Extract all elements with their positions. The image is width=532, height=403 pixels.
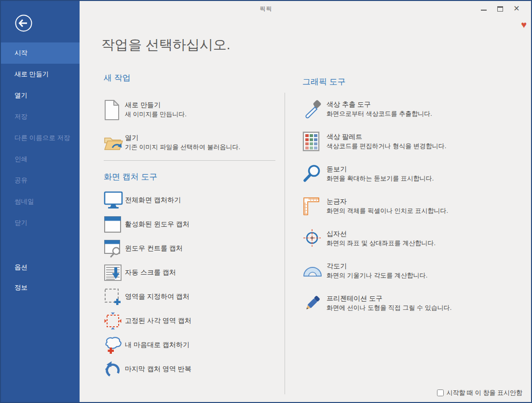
sidebar-item-thumbnail: 썸네일 bbox=[1, 191, 80, 212]
protractor-item[interactable]: 각도기 화면의 기울기나 각도를 계산합니다. bbox=[302, 260, 519, 282]
sidebar-item-close: 닫기 bbox=[1, 212, 80, 234]
startup-checkbox-label[interactable]: 시작할 때 이 창을 표시안함 bbox=[447, 389, 522, 397]
sidebar-item-share: 공유 bbox=[1, 170, 80, 191]
item-title: 돋보기 bbox=[327, 164, 434, 174]
fullscreen-capture-item[interactable]: 전체화면 캡처하기 bbox=[104, 191, 277, 210]
color-picker-item[interactable]: 색상 추출 도구 화면으로부터 색상코드를 추출합니다. bbox=[302, 98, 519, 121]
presentation-item[interactable]: 프리젠테이션 도구 화면에 선이나 도형을 직접 그릴 수 있습니다. bbox=[302, 292, 519, 315]
item-desc: 화면의 객체를 픽셀이나 인치로 표시합니다. bbox=[327, 206, 448, 215]
sidebar-item-start[interactable]: 시작 bbox=[1, 42, 80, 64]
main-content: 작업을 선택하십시오. 새 작업 새로 만들기 새 이미지를 만듭니다. bbox=[80, 15, 531, 402]
item-desc: 색상코드를 편집하거나 형식을 변경합니다. bbox=[327, 141, 446, 151]
window-title: 픽픽 bbox=[1, 5, 531, 13]
scrolling-capture-icon bbox=[104, 263, 125, 282]
section-new-task: 새 작업 새로 만들기 새 이미지를 만듭니다. bbox=[104, 72, 277, 384]
color-palette-icon bbox=[302, 131, 327, 152]
close-button[interactable]: ✕ bbox=[508, 3, 525, 14]
fixed-region-capture-icon bbox=[104, 311, 125, 331]
maximize-icon bbox=[497, 6, 503, 12]
sidebar-item-print: 인쇄 bbox=[1, 149, 80, 170]
protractor-icon bbox=[302, 260, 327, 281]
item-title: 색상 팔레트 bbox=[327, 132, 446, 141]
graphic-tools-header: 그래픽 도구 bbox=[302, 76, 519, 87]
scrolling-capture-item[interactable]: 자동 스크롤 캡처 bbox=[104, 263, 277, 282]
item-title: 활성화된 윈도우 캡처 bbox=[125, 220, 190, 229]
window-controls: ✕ bbox=[476, 3, 525, 14]
startup-checkbox[interactable] bbox=[437, 389, 444, 396]
sidebar: 시작 새로 만들기 열기 저장 다른 이름으로 저장 인쇄 공유 썸네일 닫기 … bbox=[1, 1, 80, 402]
open-image-item[interactable]: 열기 기존 이미지 파일을 선택하여 불러옵니다. bbox=[104, 132, 277, 155]
presentation-pen-icon bbox=[302, 292, 327, 314]
fullscreen-capture-icon bbox=[104, 191, 125, 210]
section-divider bbox=[104, 160, 275, 161]
window-control-capture-icon bbox=[104, 239, 125, 258]
color-picker-icon bbox=[302, 98, 327, 120]
sidebar-item-save: 저장 bbox=[1, 106, 80, 127]
item-desc: 화면에 선이나 도형을 직접 그릴 수 있습니다. bbox=[327, 303, 451, 312]
item-desc: 화면으로부터 색상코드를 추출합니다. bbox=[327, 109, 432, 118]
ruler-icon bbox=[302, 195, 327, 217]
magnifier-icon bbox=[302, 163, 327, 184]
item-title: 영역을 지정하여 캡처 bbox=[125, 292, 190, 301]
color-palette-item[interactable]: 색상 팔레트 색상코드를 편집하거나 형식을 변경합니다. bbox=[302, 131, 519, 153]
maximize-button[interactable] bbox=[492, 3, 508, 14]
window-control-capture-item[interactable]: 윈도우 컨트롤 캡처 bbox=[104, 239, 277, 258]
page-title: 작업을 선택하십시오. bbox=[101, 36, 231, 54]
active-window-capture-item[interactable]: 활성화된 윈도우 캡처 bbox=[104, 215, 277, 234]
item-title: 열기 bbox=[125, 133, 240, 142]
item-desc: 화면을 확대하는 돋보기를 표시합니다. bbox=[327, 174, 434, 183]
active-window-capture-icon bbox=[104, 215, 125, 234]
sidebar-menu-bottom: 옵션 정보 bbox=[1, 257, 80, 298]
sidebar-item-new[interactable]: 새로 만들기 bbox=[1, 64, 80, 85]
sidebar-item-info[interactable]: 정보 bbox=[1, 278, 80, 298]
back-button[interactable] bbox=[14, 14, 33, 32]
minimize-button[interactable] bbox=[476, 3, 492, 14]
item-desc: 화면의 좌표 및 상대좌표를 계산합니다. bbox=[327, 238, 436, 248]
sidebar-item-save-as: 다른 이름으로 저장 bbox=[1, 127, 80, 149]
picpick-window: 픽픽 ✕ ♥ 시작 새로 만들기 열기 저장 다른 이름으로 저장 인쇄 공유 … bbox=[0, 0, 532, 403]
sidebar-item-open[interactable]: 열기 bbox=[1, 85, 80, 106]
item-title: 색상 추출 도구 bbox=[327, 99, 432, 109]
item-title: 프리젠테이션 도구 bbox=[327, 293, 451, 303]
fixed-region-capture-item[interactable]: 고정된 사각 영역 캡처 bbox=[104, 311, 277, 331]
sidebar-menu: 시작 새로 만들기 열기 저장 다른 이름으로 저장 인쇄 공유 썸네일 닫기 bbox=[1, 42, 80, 234]
column-divider bbox=[285, 93, 285, 394]
minimize-icon bbox=[481, 10, 487, 11]
crosshair-item[interactable]: 십자선 화면의 좌표 및 상대좌표를 계산합니다. bbox=[302, 228, 519, 250]
item-title: 고정된 사각 영역 캡처 bbox=[125, 317, 191, 325]
item-desc: 화면의 기울기나 각도를 계산합니다. bbox=[327, 271, 427, 280]
sidebar-item-options[interactable]: 옵션 bbox=[1, 257, 80, 278]
crosshair-icon bbox=[302, 228, 327, 249]
freehand-capture-icon bbox=[104, 335, 125, 355]
freehand-capture-item[interactable]: 내 마음대로 캡처하기 bbox=[104, 335, 277, 355]
new-image-item[interactable]: 새로 만들기 새 이미지를 만듭니다. bbox=[104, 99, 277, 122]
item-title: 새로 만들기 bbox=[125, 100, 187, 110]
item-title: 마지막 캡처 영역 반복 bbox=[125, 365, 191, 374]
open-folder-icon bbox=[104, 132, 125, 154]
item-title: 전체화면 캡처하기 bbox=[125, 196, 181, 205]
startup-option: 시작할 때 이 창을 표시안함 bbox=[437, 389, 522, 397]
item-title: 십자선 bbox=[327, 229, 436, 238]
back-arrow-icon bbox=[14, 14, 33, 32]
section-graphic-tools: 그래픽 도구 색상 추출 도구 화면으로부터 색상코드를 추출합니다. bbox=[302, 76, 519, 325]
repeat-last-capture-item[interactable]: 마지막 캡처 영역 반복 bbox=[104, 360, 277, 379]
new-task-header: 새 작업 bbox=[104, 72, 277, 83]
region-capture-item[interactable]: 영역을 지정하여 캡처 bbox=[104, 287, 277, 306]
repeat-last-capture-icon bbox=[104, 360, 125, 379]
capture-tools-header: 화면 캡처 도구 bbox=[104, 171, 277, 182]
item-title: 내 마음대로 캡처하기 bbox=[125, 341, 190, 349]
close-icon: ✕ bbox=[513, 5, 519, 13]
item-desc: 기존 이미지 파일을 선택하여 불러옵니다. bbox=[125, 142, 240, 152]
ruler-item[interactable]: 눈금자 화면의 객체를 픽셀이나 인치로 표시합니다. bbox=[302, 195, 519, 218]
new-document-icon bbox=[104, 99, 125, 121]
item-title: 자동 스크롤 캡처 bbox=[125, 268, 176, 277]
magnifier-item[interactable]: 돋보기 화면을 확대하는 돋보기를 표시합니다. bbox=[302, 163, 519, 185]
item-title: 눈금자 bbox=[327, 196, 448, 206]
item-title: 윈도우 컨트롤 캡처 bbox=[125, 244, 183, 253]
item-desc: 새 이미지를 만듭니다. bbox=[125, 110, 187, 119]
item-title: 각도기 bbox=[327, 261, 427, 271]
region-capture-icon bbox=[104, 287, 125, 306]
